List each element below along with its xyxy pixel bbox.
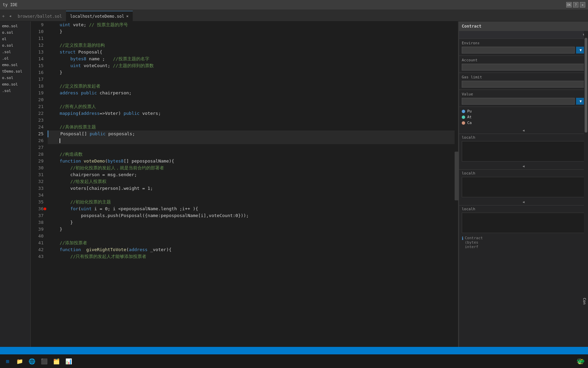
token: //只有投票的发起人才能够添加投票者	[49, 253, 146, 260]
token: uint	[81, 205, 92, 212]
gas-limit-input[interactable]	[462, 81, 585, 88]
tab-collapse-left[interactable]: +	[0, 11, 7, 21]
start-button[interactable]: ⊞	[1, 355, 14, 367]
environment-input[interactable]	[462, 47, 575, 53]
subpanel2-label: localh	[462, 171, 585, 175]
token: name ;	[86, 56, 113, 62]
code-line-39: }	[48, 226, 455, 233]
code-line-36: for(uint i = 0; i <peposposalName.length…	[48, 205, 455, 212]
token: // 投票主题的序号	[89, 21, 128, 28]
ln-12: 12	[31, 42, 44, 49]
sidebar-item-5[interactable]: .sol	[0, 49, 30, 55]
contract-label-ca: Ca	[467, 121, 472, 125]
token: bytes8	[108, 158, 124, 165]
sidebar-item-8[interactable]: tDemo.sol	[0, 68, 30, 75]
token	[49, 246, 60, 253]
status-bar	[0, 347, 588, 354]
code-line-30: //初始化投票的发起人，就是当前合约的部署者	[48, 165, 455, 171]
token	[49, 158, 60, 165]
help-button[interactable]: ?	[573, 2, 578, 7]
subpanel2-content	[462, 177, 585, 197]
right-panel-header: Contract	[459, 21, 588, 31]
sidebar-item-6[interactable]: .ol	[0, 55, 30, 62]
ln-13: 13	[31, 49, 44, 56]
token	[81, 246, 86, 253]
collapse-arrow-3[interactable]: ◀	[522, 200, 524, 204]
code-line-23	[48, 117, 455, 124]
main-layout: emo.sol o.sol ol o.sol .sol .ol emo.sol …	[0, 21, 588, 347]
mid-collapse-arrow[interactable]: ◀	[522, 128, 524, 132]
token: [] peposposalName){	[124, 158, 174, 165]
code-line-22: mapping(address=>Voter) public voters;	[48, 110, 455, 117]
token: voters;	[140, 110, 161, 117]
sidebar-item-11[interactable]: .sol	[0, 88, 30, 94]
token: posposals;	[105, 131, 135, 137]
sidebar-item-7[interactable]: emo.sol	[0, 62, 30, 68]
sidebar-item-9[interactable]: o.sol	[0, 75, 30, 81]
account-input[interactable]	[462, 64, 585, 71]
browser-button[interactable]: 🌐	[26, 355, 38, 367]
code-line-32: //给发起人投票权	[48, 178, 455, 185]
code-content[interactable]: uint vote; // 投票主题的序号 } //定义投票主题的结构 stru…	[48, 21, 455, 347]
token	[49, 205, 70, 212]
value-section: Value ▼	[459, 90, 588, 107]
token: public	[124, 110, 140, 117]
close-window-button[interactable]: ×	[580, 2, 585, 7]
ln-43: 43	[31, 253, 44, 260]
token: uint	[49, 21, 70, 28]
ln-21: 21	[31, 103, 44, 110]
code-line-12: //定义投票主题的结构	[48, 42, 455, 49]
code-line-19: address public chairperson;	[48, 90, 455, 96]
ln-11: 11	[31, 35, 44, 42]
editor-area: 9 10 11 12 13 14 15 16 17 18 19 20 21 22…	[31, 21, 459, 347]
tab-voteDemo[interactable]: localhost/voteDemo.sol ✕	[66, 11, 133, 21]
sidebar-item-1[interactable]: emo.sol	[0, 23, 30, 29]
code-line-25: Posposal[] public posposals;	[48, 131, 455, 137]
value-input[interactable]	[462, 98, 575, 105]
token: (	[78, 205, 81, 212]
sidebar-item-3[interactable]: ol	[0, 36, 30, 42]
code-container[interactable]: 9 10 11 12 13 14 15 16 17 18 19 20 21 22…	[31, 21, 459, 347]
character-icon: 🐲	[576, 357, 585, 365]
app2-icon: 📊	[65, 358, 72, 365]
token	[49, 62, 70, 69]
contract-info: Contract(bytesinterf	[465, 236, 483, 249]
editor-scrollbar[interactable]	[455, 21, 459, 347]
ln-18: 18	[31, 83, 44, 90]
code-line-42: function giveRightToVote(address _voter)…	[48, 246, 455, 253]
line-numbers: 9 10 11 12 13 14 15 16 17 18 19 20 21 22…	[31, 21, 48, 347]
token	[49, 56, 70, 62]
ok-button[interactable]: OK	[566, 2, 572, 7]
file-manager-button[interactable]: 📁	[14, 355, 26, 367]
ln-34: 34	[31, 192, 44, 199]
title-text: ty IDE	[3, 2, 17, 7]
token: //添加投票者	[49, 240, 87, 246]
collapse-arrow-2[interactable]: ◀	[522, 164, 524, 168]
cursor	[60, 138, 60, 143]
sidebar-item-10[interactable]: emo.sol	[0, 81, 30, 88]
tab-ballot-label: browser/ballot.sol	[18, 14, 62, 19]
sidebar-item-2[interactable]: o.sol	[0, 29, 30, 36]
subpanel1-container: localh	[459, 134, 588, 163]
character-icon-button[interactable]: 🐲	[574, 355, 587, 367]
token: voters[chairperson].weight = 1;	[49, 185, 153, 192]
tab-ballot[interactable]: browser/ballot.sol	[14, 11, 66, 21]
token	[49, 110, 60, 117]
windows-icon: ⊞	[6, 358, 9, 365]
ln-16: 16	[31, 69, 44, 76]
terminal-button[interactable]: ⬛	[38, 355, 50, 367]
sidebar-item-4[interactable]: o.sol	[0, 42, 30, 49]
contract-item-pu[interactable]: Pu	[462, 108, 585, 114]
tab-close-icon[interactable]: ✕	[126, 14, 129, 18]
contract-item-at[interactable]: At	[462, 114, 585, 120]
tab-collapse-arrow[interactable]: ◀	[7, 11, 14, 21]
contract-item-ca[interactable]: Ca	[462, 120, 585, 126]
app2-button[interactable]: 📊	[63, 355, 75, 367]
token: mapping	[60, 110, 78, 117]
ln-36: 36	[31, 205, 44, 212]
scrollbar-thumb	[585, 38, 587, 133]
token: giveRightToVote	[86, 246, 126, 253]
token: bytes8	[70, 56, 86, 62]
code-line-24: //具体的投票主题	[48, 124, 455, 131]
app1-button[interactable]: 🗂️	[50, 355, 63, 367]
